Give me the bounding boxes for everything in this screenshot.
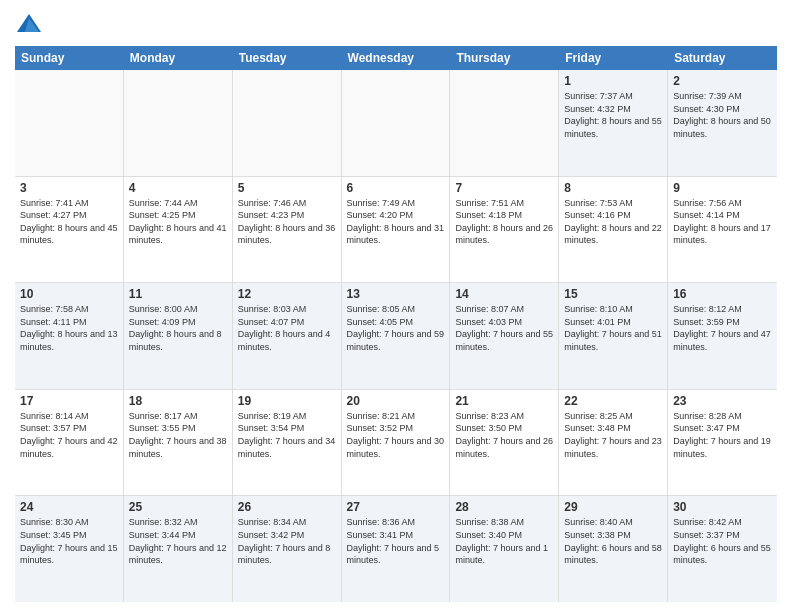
empty-cell: [450, 70, 559, 176]
calendar-week-1: 1Sunrise: 7:37 AM Sunset: 4:32 PM Daylig…: [15, 70, 777, 177]
day-cell-2: 2Sunrise: 7:39 AM Sunset: 4:30 PM Daylig…: [668, 70, 777, 176]
logo: [15, 10, 47, 38]
day-cell-10: 10Sunrise: 7:58 AM Sunset: 4:11 PM Dayli…: [15, 283, 124, 389]
day-cell-9: 9Sunrise: 7:56 AM Sunset: 4:14 PM Daylig…: [668, 177, 777, 283]
day-info: Sunrise: 8:38 AM Sunset: 3:40 PM Dayligh…: [455, 516, 553, 566]
day-info: Sunrise: 8:36 AM Sunset: 3:41 PM Dayligh…: [347, 516, 445, 566]
page: SundayMondayTuesdayWednesdayThursdayFrid…: [0, 0, 792, 612]
header-day-friday: Friday: [559, 46, 668, 70]
day-info: Sunrise: 8:32 AM Sunset: 3:44 PM Dayligh…: [129, 516, 227, 566]
day-cell-14: 14Sunrise: 8:07 AM Sunset: 4:03 PM Dayli…: [450, 283, 559, 389]
day-info: Sunrise: 8:21 AM Sunset: 3:52 PM Dayligh…: [347, 410, 445, 460]
day-number: 20: [347, 394, 445, 408]
logo-icon: [15, 10, 43, 38]
day-number: 30: [673, 500, 772, 514]
day-cell-17: 17Sunrise: 8:14 AM Sunset: 3:57 PM Dayli…: [15, 390, 124, 496]
day-number: 21: [455, 394, 553, 408]
day-info: Sunrise: 7:49 AM Sunset: 4:20 PM Dayligh…: [347, 197, 445, 247]
day-info: Sunrise: 8:42 AM Sunset: 3:37 PM Dayligh…: [673, 516, 772, 566]
day-cell-22: 22Sunrise: 8:25 AM Sunset: 3:48 PM Dayli…: [559, 390, 668, 496]
day-number: 18: [129, 394, 227, 408]
day-cell-13: 13Sunrise: 8:05 AM Sunset: 4:05 PM Dayli…: [342, 283, 451, 389]
day-number: 16: [673, 287, 772, 301]
day-number: 12: [238, 287, 336, 301]
day-number: 7: [455, 181, 553, 195]
day-number: 19: [238, 394, 336, 408]
header-day-saturday: Saturday: [668, 46, 777, 70]
day-number: 25: [129, 500, 227, 514]
day-number: 11: [129, 287, 227, 301]
day-info: Sunrise: 8:40 AM Sunset: 3:38 PM Dayligh…: [564, 516, 662, 566]
day-number: 2: [673, 74, 772, 88]
calendar-body: 1Sunrise: 7:37 AM Sunset: 4:32 PM Daylig…: [15, 70, 777, 602]
day-cell-12: 12Sunrise: 8:03 AM Sunset: 4:07 PM Dayli…: [233, 283, 342, 389]
day-info: Sunrise: 7:44 AM Sunset: 4:25 PM Dayligh…: [129, 197, 227, 247]
day-cell-1: 1Sunrise: 7:37 AM Sunset: 4:32 PM Daylig…: [559, 70, 668, 176]
day-number: 23: [673, 394, 772, 408]
calendar-week-3: 10Sunrise: 7:58 AM Sunset: 4:11 PM Dayli…: [15, 283, 777, 390]
day-info: Sunrise: 7:46 AM Sunset: 4:23 PM Dayligh…: [238, 197, 336, 247]
empty-cell: [342, 70, 451, 176]
day-info: Sunrise: 8:14 AM Sunset: 3:57 PM Dayligh…: [20, 410, 118, 460]
day-number: 8: [564, 181, 662, 195]
day-info: Sunrise: 8:30 AM Sunset: 3:45 PM Dayligh…: [20, 516, 118, 566]
day-number: 1: [564, 74, 662, 88]
empty-cell: [15, 70, 124, 176]
day-cell-30: 30Sunrise: 8:42 AM Sunset: 3:37 PM Dayli…: [668, 496, 777, 602]
day-cell-18: 18Sunrise: 8:17 AM Sunset: 3:55 PM Dayli…: [124, 390, 233, 496]
day-info: Sunrise: 8:28 AM Sunset: 3:47 PM Dayligh…: [673, 410, 772, 460]
day-info: Sunrise: 7:58 AM Sunset: 4:11 PM Dayligh…: [20, 303, 118, 353]
day-number: 3: [20, 181, 118, 195]
day-number: 26: [238, 500, 336, 514]
day-cell-15: 15Sunrise: 8:10 AM Sunset: 4:01 PM Dayli…: [559, 283, 668, 389]
day-cell-19: 19Sunrise: 8:19 AM Sunset: 3:54 PM Dayli…: [233, 390, 342, 496]
day-info: Sunrise: 7:51 AM Sunset: 4:18 PM Dayligh…: [455, 197, 553, 247]
day-cell-7: 7Sunrise: 7:51 AM Sunset: 4:18 PM Daylig…: [450, 177, 559, 283]
day-info: Sunrise: 7:37 AM Sunset: 4:32 PM Dayligh…: [564, 90, 662, 140]
day-cell-25: 25Sunrise: 8:32 AM Sunset: 3:44 PM Dayli…: [124, 496, 233, 602]
day-number: 28: [455, 500, 553, 514]
day-info: Sunrise: 7:53 AM Sunset: 4:16 PM Dayligh…: [564, 197, 662, 247]
day-cell-27: 27Sunrise: 8:36 AM Sunset: 3:41 PM Dayli…: [342, 496, 451, 602]
day-cell-26: 26Sunrise: 8:34 AM Sunset: 3:42 PM Dayli…: [233, 496, 342, 602]
day-cell-3: 3Sunrise: 7:41 AM Sunset: 4:27 PM Daylig…: [15, 177, 124, 283]
day-cell-11: 11Sunrise: 8:00 AM Sunset: 4:09 PM Dayli…: [124, 283, 233, 389]
day-info: Sunrise: 7:56 AM Sunset: 4:14 PM Dayligh…: [673, 197, 772, 247]
day-info: Sunrise: 8:23 AM Sunset: 3:50 PM Dayligh…: [455, 410, 553, 460]
day-cell-5: 5Sunrise: 7:46 AM Sunset: 4:23 PM Daylig…: [233, 177, 342, 283]
header-day-sunday: Sunday: [15, 46, 124, 70]
header-day-monday: Monday: [124, 46, 233, 70]
day-cell-4: 4Sunrise: 7:44 AM Sunset: 4:25 PM Daylig…: [124, 177, 233, 283]
day-cell-20: 20Sunrise: 8:21 AM Sunset: 3:52 PM Dayli…: [342, 390, 451, 496]
day-cell-23: 23Sunrise: 8:28 AM Sunset: 3:47 PM Dayli…: [668, 390, 777, 496]
empty-cell: [233, 70, 342, 176]
day-number: 22: [564, 394, 662, 408]
header: [15, 10, 777, 38]
day-info: Sunrise: 8:25 AM Sunset: 3:48 PM Dayligh…: [564, 410, 662, 460]
day-number: 27: [347, 500, 445, 514]
day-info: Sunrise: 7:39 AM Sunset: 4:30 PM Dayligh…: [673, 90, 772, 140]
day-info: Sunrise: 8:17 AM Sunset: 3:55 PM Dayligh…: [129, 410, 227, 460]
day-number: 15: [564, 287, 662, 301]
day-cell-21: 21Sunrise: 8:23 AM Sunset: 3:50 PM Dayli…: [450, 390, 559, 496]
day-info: Sunrise: 8:10 AM Sunset: 4:01 PM Dayligh…: [564, 303, 662, 353]
day-cell-24: 24Sunrise: 8:30 AM Sunset: 3:45 PM Dayli…: [15, 496, 124, 602]
day-info: Sunrise: 8:00 AM Sunset: 4:09 PM Dayligh…: [129, 303, 227, 353]
day-info: Sunrise: 8:34 AM Sunset: 3:42 PM Dayligh…: [238, 516, 336, 566]
day-number: 17: [20, 394, 118, 408]
day-info: Sunrise: 8:07 AM Sunset: 4:03 PM Dayligh…: [455, 303, 553, 353]
calendar-header: SundayMondayTuesdayWednesdayThursdayFrid…: [15, 46, 777, 70]
header-day-thursday: Thursday: [450, 46, 559, 70]
day-number: 24: [20, 500, 118, 514]
day-info: Sunrise: 8:05 AM Sunset: 4:05 PM Dayligh…: [347, 303, 445, 353]
day-number: 29: [564, 500, 662, 514]
header-day-wednesday: Wednesday: [342, 46, 451, 70]
day-cell-16: 16Sunrise: 8:12 AM Sunset: 3:59 PM Dayli…: [668, 283, 777, 389]
day-cell-28: 28Sunrise: 8:38 AM Sunset: 3:40 PM Dayli…: [450, 496, 559, 602]
calendar-week-5: 24Sunrise: 8:30 AM Sunset: 3:45 PM Dayli…: [15, 496, 777, 602]
day-number: 6: [347, 181, 445, 195]
day-number: 4: [129, 181, 227, 195]
day-number: 10: [20, 287, 118, 301]
day-info: Sunrise: 8:19 AM Sunset: 3:54 PM Dayligh…: [238, 410, 336, 460]
day-info: Sunrise: 7:41 AM Sunset: 4:27 PM Dayligh…: [20, 197, 118, 247]
